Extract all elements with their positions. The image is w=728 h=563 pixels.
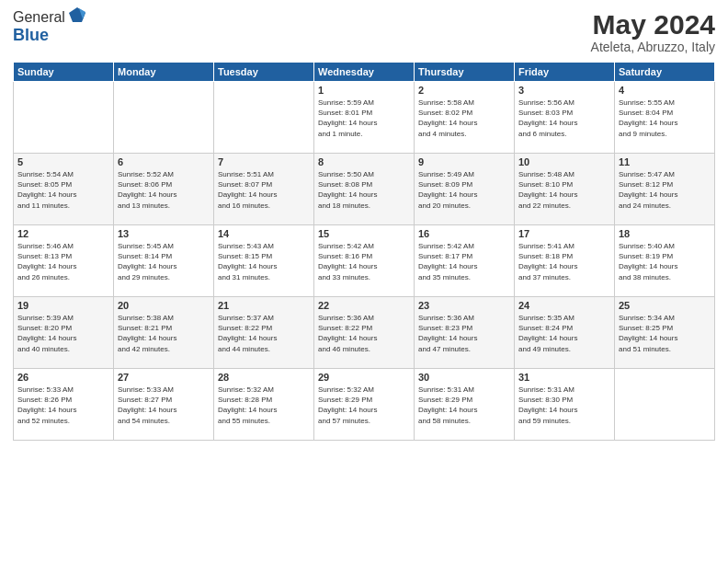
day-number-9: 9 bbox=[418, 156, 510, 167]
calendar-cell-w3-d1: 12Sunrise: 5:46 AM Sunset: 8:13 PM Dayli… bbox=[14, 225, 114, 297]
header-sunday: Sunday bbox=[14, 63, 114, 82]
calendar-cell-w2-d5: 9Sunrise: 5:49 AM Sunset: 8:09 PM Daylig… bbox=[415, 154, 515, 225]
day-number-6: 6 bbox=[118, 156, 210, 167]
header-wednesday: Wednesday bbox=[314, 63, 415, 82]
day-info-30: Sunrise: 5:31 AM Sunset: 8:29 PM Dayligh… bbox=[418, 385, 510, 426]
calendar-cell-w2-d4: 8Sunrise: 5:50 AM Sunset: 8:08 PM Daylig… bbox=[314, 154, 415, 225]
logo-blue-text: Blue bbox=[13, 26, 49, 44]
calendar-cell-w5-d7 bbox=[615, 369, 715, 441]
logo-general-text: General bbox=[13, 9, 65, 26]
calendar-cell-w1-d6: 3Sunrise: 5:56 AM Sunset: 8:03 PM Daylig… bbox=[515, 82, 615, 154]
calendar-cell-w5-d4: 29Sunrise: 5:32 AM Sunset: 8:29 PM Dayli… bbox=[314, 369, 415, 441]
header-saturday: Saturday bbox=[615, 63, 715, 82]
day-number-17: 17 bbox=[518, 228, 610, 239]
calendar-cell-w5-d1: 26Sunrise: 5:33 AM Sunset: 8:26 PM Dayli… bbox=[14, 369, 114, 441]
day-info-6: Sunrise: 5:52 AM Sunset: 8:06 PM Dayligh… bbox=[118, 169, 210, 211]
calendar-cell-w3-d2: 13Sunrise: 5:45 AM Sunset: 8:14 PM Dayli… bbox=[114, 225, 214, 297]
calendar-cell-w4-d1: 19Sunrise: 5:39 AM Sunset: 8:20 PM Dayli… bbox=[14, 297, 114, 369]
calendar-cell-w1-d4: 1Sunrise: 5:59 AM Sunset: 8:01 PM Daylig… bbox=[314, 82, 415, 154]
calendar-cell-w5-d6: 31Sunrise: 5:31 AM Sunset: 8:30 PM Dayli… bbox=[515, 369, 615, 441]
day-info-25: Sunrise: 5:34 AM Sunset: 8:25 PM Dayligh… bbox=[619, 313, 711, 354]
calendar-cell-w4-d3: 21Sunrise: 5:37 AM Sunset: 8:22 PM Dayli… bbox=[214, 297, 314, 369]
calendar-cell-w3-d7: 18Sunrise: 5:40 AM Sunset: 8:19 PM Dayli… bbox=[615, 225, 715, 297]
calendar-cell-w2-d7: 11Sunrise: 5:47 AM Sunset: 8:12 PM Dayli… bbox=[615, 154, 715, 225]
day-number-14: 14 bbox=[218, 228, 310, 239]
day-info-22: Sunrise: 5:36 AM Sunset: 8:22 PM Dayligh… bbox=[318, 313, 410, 354]
day-info-13: Sunrise: 5:45 AM Sunset: 8:14 PM Dayligh… bbox=[118, 241, 210, 282]
calendar-cell-w1-d5: 2Sunrise: 5:58 AM Sunset: 8:02 PM Daylig… bbox=[415, 82, 515, 154]
logo: General Blue bbox=[13, 9, 87, 45]
title-block: May 2024 Ateleta, Abruzzo, Italy bbox=[591, 9, 715, 54]
day-info-29: Sunrise: 5:32 AM Sunset: 8:29 PM Dayligh… bbox=[318, 385, 410, 426]
day-number-3: 3 bbox=[518, 85, 610, 96]
day-number-8: 8 bbox=[318, 156, 410, 167]
day-info-5: Sunrise: 5:54 AM Sunset: 8:05 PM Dayligh… bbox=[17, 169, 109, 211]
day-number-1: 1 bbox=[318, 85, 410, 96]
day-info-10: Sunrise: 5:48 AM Sunset: 8:10 PM Dayligh… bbox=[518, 169, 610, 211]
calendar-week-2: 5Sunrise: 5:54 AM Sunset: 8:05 PM Daylig… bbox=[14, 154, 715, 225]
calendar-cell-w2-d6: 10Sunrise: 5:48 AM Sunset: 8:10 PM Dayli… bbox=[515, 154, 615, 225]
day-number-26: 26 bbox=[17, 372, 109, 383]
day-info-7: Sunrise: 5:51 AM Sunset: 8:07 PM Dayligh… bbox=[218, 169, 310, 211]
day-info-23: Sunrise: 5:36 AM Sunset: 8:23 PM Dayligh… bbox=[418, 313, 510, 354]
day-info-18: Sunrise: 5:40 AM Sunset: 8:19 PM Dayligh… bbox=[619, 241, 711, 282]
day-info-14: Sunrise: 5:43 AM Sunset: 8:15 PM Dayligh… bbox=[218, 241, 310, 282]
day-number-30: 30 bbox=[418, 372, 510, 383]
day-info-8: Sunrise: 5:50 AM Sunset: 8:08 PM Dayligh… bbox=[318, 169, 410, 211]
day-number-16: 16 bbox=[418, 228, 510, 239]
day-info-31: Sunrise: 5:31 AM Sunset: 8:30 PM Dayligh… bbox=[518, 385, 610, 426]
header-monday: Monday bbox=[114, 63, 214, 82]
calendar-cell-w1-d2 bbox=[114, 82, 214, 154]
calendar-subtitle: Ateleta, Abruzzo, Italy bbox=[591, 40, 715, 54]
day-number-23: 23 bbox=[418, 300, 510, 311]
day-number-31: 31 bbox=[518, 372, 610, 383]
day-number-18: 18 bbox=[619, 228, 711, 239]
day-info-19: Sunrise: 5:39 AM Sunset: 8:20 PM Dayligh… bbox=[17, 313, 109, 354]
day-number-28: 28 bbox=[218, 372, 310, 383]
calendar-header-row: Sunday Monday Tuesday Wednesday Thursday… bbox=[14, 63, 715, 82]
day-info-17: Sunrise: 5:41 AM Sunset: 8:18 PM Dayligh… bbox=[518, 241, 610, 282]
day-info-20: Sunrise: 5:38 AM Sunset: 8:21 PM Dayligh… bbox=[118, 313, 210, 354]
day-number-24: 24 bbox=[518, 300, 610, 311]
day-info-24: Sunrise: 5:35 AM Sunset: 8:24 PM Dayligh… bbox=[518, 313, 610, 354]
calendar-week-1: 1Sunrise: 5:59 AM Sunset: 8:01 PM Daylig… bbox=[14, 82, 715, 154]
day-number-13: 13 bbox=[118, 228, 210, 239]
calendar-cell-w1-d3 bbox=[214, 82, 314, 154]
calendar-week-3: 12Sunrise: 5:46 AM Sunset: 8:13 PM Dayli… bbox=[14, 225, 715, 297]
day-number-10: 10 bbox=[518, 156, 610, 167]
day-info-26: Sunrise: 5:33 AM Sunset: 8:26 PM Dayligh… bbox=[17, 385, 109, 426]
calendar-cell-w3-d3: 14Sunrise: 5:43 AM Sunset: 8:15 PM Dayli… bbox=[214, 225, 314, 297]
day-info-4: Sunrise: 5:55 AM Sunset: 8:04 PM Dayligh… bbox=[619, 98, 711, 139]
day-info-2: Sunrise: 5:58 AM Sunset: 8:02 PM Dayligh… bbox=[418, 98, 510, 139]
day-number-2: 2 bbox=[418, 85, 510, 96]
header-friday: Friday bbox=[515, 63, 615, 82]
calendar-cell-w2-d1: 5Sunrise: 5:54 AM Sunset: 8:05 PM Daylig… bbox=[14, 154, 114, 225]
day-number-21: 21 bbox=[218, 300, 310, 311]
day-number-5: 5 bbox=[17, 156, 109, 167]
day-number-20: 20 bbox=[118, 300, 210, 311]
header: General Blue May 2024 Ateleta, Abruzzo, … bbox=[13, 9, 715, 54]
calendar-cell-w4-d6: 24Sunrise: 5:35 AM Sunset: 8:24 PM Dayli… bbox=[515, 297, 615, 369]
calendar-cell-w5-d3: 28Sunrise: 5:32 AM Sunset: 8:28 PM Dayli… bbox=[214, 369, 314, 441]
day-number-12: 12 bbox=[17, 228, 109, 239]
day-number-27: 27 bbox=[118, 372, 210, 383]
calendar-cell-w4-d7: 25Sunrise: 5:34 AM Sunset: 8:25 PM Dayli… bbox=[615, 297, 715, 369]
day-number-22: 22 bbox=[318, 300, 410, 311]
day-number-19: 19 bbox=[17, 300, 109, 311]
calendar-cell-w2-d3: 7Sunrise: 5:51 AM Sunset: 8:07 PM Daylig… bbox=[214, 154, 314, 225]
calendar-cell-w1-d1 bbox=[14, 82, 114, 154]
header-tuesday: Tuesday bbox=[214, 63, 314, 82]
day-number-15: 15 bbox=[318, 228, 410, 239]
day-info-12: Sunrise: 5:46 AM Sunset: 8:13 PM Dayligh… bbox=[17, 241, 109, 282]
calendar-title: May 2024 bbox=[591, 9, 715, 40]
logo-flag-icon bbox=[67, 6, 87, 26]
calendar-cell-w4-d4: 22Sunrise: 5:36 AM Sunset: 8:22 PM Dayli… bbox=[314, 297, 415, 369]
day-number-4: 4 bbox=[619, 85, 711, 96]
calendar-cell-w5-d2: 27Sunrise: 5:33 AM Sunset: 8:27 PM Dayli… bbox=[114, 369, 214, 441]
day-info-1: Sunrise: 5:59 AM Sunset: 8:01 PM Dayligh… bbox=[318, 98, 410, 139]
calendar-cell-w3-d6: 17Sunrise: 5:41 AM Sunset: 8:18 PM Dayli… bbox=[515, 225, 615, 297]
day-info-21: Sunrise: 5:37 AM Sunset: 8:22 PM Dayligh… bbox=[218, 313, 310, 354]
day-info-28: Sunrise: 5:32 AM Sunset: 8:28 PM Dayligh… bbox=[218, 385, 310, 426]
day-info-9: Sunrise: 5:49 AM Sunset: 8:09 PM Dayligh… bbox=[418, 169, 510, 211]
calendar-table: Sunday Monday Tuesday Wednesday Thursday… bbox=[13, 62, 715, 441]
